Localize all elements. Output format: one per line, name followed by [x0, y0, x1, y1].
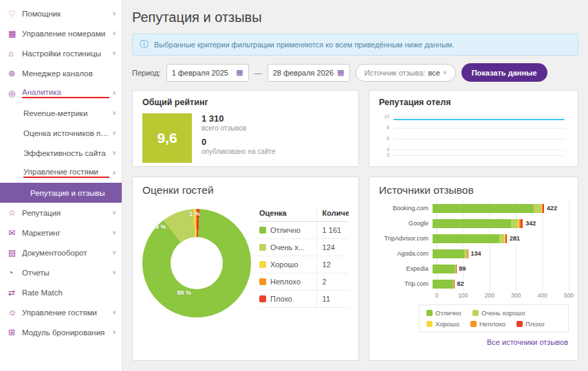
bar-segment: [511, 219, 519, 228]
sidebar-item[interactable]: ▦Управление номерами∨: [0, 23, 122, 43]
sidebar-item[interactable]: ⊛Менеджер каналов: [0, 63, 122, 83]
chevron-down-icon: ∨: [443, 69, 447, 76]
bar-segment: [468, 249, 468, 258]
sidebar-item[interactable]: ☆Репутация∨: [0, 203, 122, 223]
sidebar-item[interactable]: ✉Маркетинг∨: [0, 223, 122, 243]
bar-segment: [433, 265, 455, 273]
date-from-input[interactable]: 1 февраля 2025 ▦: [166, 64, 249, 82]
source-bar-row: TripAdvisor.com281: [379, 231, 568, 246]
period-label: Период:: [132, 69, 161, 77]
y-axis-tick: 4: [379, 147, 389, 152]
sidebar-item[interactable]: ⌂Настройки гостиницы∨: [0, 43, 122, 63]
hotel-reputation-title: Репутация отеля: [379, 98, 568, 107]
source-total: 281: [510, 235, 520, 242]
source-total: 342: [525, 220, 536, 227]
rating-score-box: 9,6: [142, 113, 192, 163]
bar-rows: Booking.com422Google342TripAdvisor.com28…: [379, 201, 568, 291]
chevron-up-icon: ∧: [112, 90, 116, 96]
cards-row-top: Общий рейтинг 9,6 1 310 всего отзывов 0 …: [132, 90, 578, 167]
sidebar-item[interactable]: ⊞Модуль бронирования∨: [0, 322, 122, 342]
source-label: Google: [379, 220, 433, 227]
slice-percent-label: 1 %: [189, 210, 200, 217]
guests-icon: ☺: [8, 308, 22, 317]
reputation-line-chart: 108643: [379, 113, 568, 161]
sidebar-item-label: Управление гостями: [23, 168, 109, 178]
all-sources-link[interactable]: Все источники отзывов: [379, 338, 568, 346]
score-value-cell: 124: [316, 239, 349, 256]
info-banner: ⓘ Выбранные критерии фильтрации применяю…: [132, 34, 578, 56]
date-to-value: 28 февраля 2026: [273, 69, 334, 77]
legend-swatch: [516, 321, 523, 327]
calendar-icon[interactable]: ▦: [236, 68, 243, 77]
review-sources-card: Источники отзывов Booking.com422Google34…: [369, 177, 578, 361]
show-data-button[interactable]: Показать данные: [461, 63, 547, 82]
date-from-value: 1 февраля 2025: [172, 69, 228, 77]
source-bar-row: Booking.com422: [379, 201, 568, 216]
bar-segment: [499, 234, 505, 243]
chevron-down-icon: ∨: [112, 130, 116, 136]
published-count: 0: [202, 137, 276, 147]
source-total: 134: [470, 250, 481, 257]
sidebar-item-label: Оценка источников продаж: [23, 129, 109, 137]
source-total: 422: [547, 205, 557, 212]
score-color-swatch: [259, 227, 266, 234]
sidebar-item[interactable]: ▤Документооборот∨: [0, 243, 122, 262]
sidebar-item-label: Модуль бронирования: [22, 328, 109, 337]
review-sources-bar-chart: Booking.com422Google342TripAdvisor.com28…: [379, 201, 568, 300]
sidebar-item[interactable]: Управление гостями∧: [0, 163, 122, 183]
source-label: Trip.com: [379, 280, 433, 287]
sidebar-item[interactable]: Эффективность сайта∨: [0, 143, 122, 163]
calendar-icon[interactable]: ▦: [337, 68, 344, 77]
sidebar-item[interactable]: ⇄Rate Match: [0, 282, 122, 302]
sidebar-item[interactable]: ☺Управление гостями∨: [0, 302, 122, 322]
review-source-value: все: [428, 69, 439, 77]
legend-swatch: [426, 321, 433, 327]
x-axis-tick: 100: [458, 292, 468, 299]
score-row: Очень х...124: [258, 239, 349, 256]
sidebar-item[interactable]: Оценка источников продаж∨: [0, 123, 122, 143]
source-bar: 281: [433, 234, 565, 243]
sidebar-item[interactable]: ◎Аналитика∧: [0, 83, 122, 103]
marketing-icon: ✉: [8, 228, 22, 238]
sidebar: ♡Помощник∨▦Управление номерами∨⌂Настройк…: [0, 0, 122, 371]
hotel-settings-icon: ⌂: [8, 49, 22, 58]
score-label-cell: Хорошо: [258, 256, 316, 273]
sidebar-item[interactable]: ◔Отчеты∨: [0, 262, 122, 282]
filters-bar: Период: 1 февраля 2025 ▦ — 28 февраля 20…: [132, 63, 578, 82]
score-row: Плохо11: [258, 291, 349, 308]
sidebar-item[interactable]: ♡Помощник∨: [0, 3, 122, 23]
sidebar-item-label: Репутация: [22, 209, 109, 217]
guest-scores-table: Оценка Количество Отлично1 161Очень х...…: [258, 206, 349, 317]
bar-segment: [433, 234, 499, 243]
chart-legend: ОтличноОчень хорошоХорошоНеплохоПлохо: [419, 304, 569, 333]
sidebar-item-label: Настройки гостиницы: [22, 49, 109, 58]
source-bar-row: Trip.com82: [379, 276, 568, 291]
legend-swatch: [426, 310, 433, 316]
sidebar-item[interactable]: Репутация и отзывы: [0, 183, 122, 203]
source-bar-row: Google342: [379, 216, 568, 231]
legend-swatch: [470, 321, 477, 327]
score-color-swatch: [259, 295, 266, 302]
chevron-down-icon: ∨: [112, 10, 116, 16]
score-row: Неплохо2: [258, 273, 349, 291]
overall-rating-title: Общий рейтинг: [142, 98, 349, 107]
source-bar-row: Agoda.com134: [379, 246, 568, 261]
x-axis: 0100200300400500: [437, 291, 568, 300]
sidebar-item-label: Управление гостями: [22, 308, 109, 317]
review-source-select[interactable]: Источник отзыва: все ∨: [356, 64, 456, 82]
info-icon: ⓘ: [140, 38, 149, 51]
score-row: Отлично1 161: [258, 222, 349, 239]
bar-segment: [433, 204, 534, 213]
chevron-down-icon: ∨: [112, 329, 116, 335]
analytics-icon: ◎: [8, 89, 22, 98]
score-label-cell: Очень х...: [258, 239, 316, 256]
reputation-line: [393, 119, 565, 120]
published-caption: опубликовано на сайте: [202, 148, 276, 155]
legend-item: Очень хорошо: [472, 309, 525, 317]
score-column-header: Оценка: [258, 206, 316, 222]
sidebar-item[interactable]: Revenue-метрики∨: [0, 103, 122, 123]
slice-percent-label: 9 %: [155, 223, 166, 230]
legend-item: Плохо: [516, 320, 545, 328]
date-to-input[interactable]: 28 февраля 2026 ▦: [268, 64, 350, 82]
slice-percent-label: 89 %: [177, 289, 192, 296]
